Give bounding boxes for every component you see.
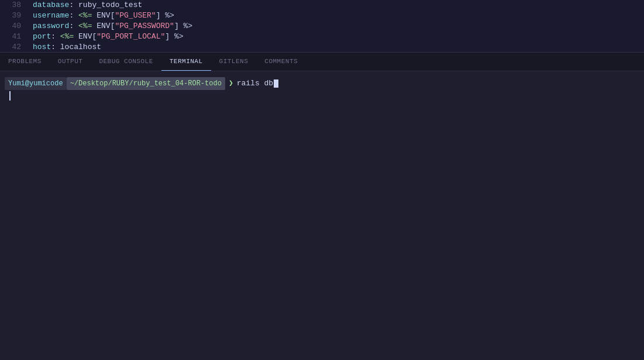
terminal-area[interactable]: Yumi@yumicode ~/Desktop/RUBY/ruby_test_0… — [0, 71, 644, 360]
tab-debug-console[interactable]: DEBUG CONSOLE — [91, 53, 161, 71]
terminal-cursor — [274, 79, 278, 88]
terminal-next-line — [0, 91, 644, 101]
tab-output[interactable]: OUTPUT — [50, 53, 91, 71]
panel-tabs: PROBLEMS OUTPUT DEBUG CONSOLE TERMINAL G… — [0, 53, 644, 71]
terminal-arrow: ❯ — [229, 78, 233, 89]
terminal-line-cursor — [9, 91, 11, 101]
code-editor: 38 39 40 41 42 43 database: ruby_todo_te… — [0, 0, 644, 53]
tab-terminal[interactable]: TERMINAL — [161, 53, 211, 71]
code-content: database: ruby_todo_test username: <%= E… — [28, 0, 644, 52]
line-numbers: 38 39 40 41 42 43 — [0, 0, 28, 52]
code-area: 38 39 40 41 42 43 database: ruby_todo_te… — [0, 0, 644, 53]
tab-comments[interactable]: COMMENTS — [256, 53, 306, 71]
tab-gitlens[interactable]: GITLENS — [211, 53, 257, 71]
terminal-path: ~/Desktop/RUBY/ruby_test_04-ROR-todo — [67, 77, 225, 90]
terminal-user: Yumi@yumicode — [5, 77, 67, 90]
tab-problems[interactable]: PROBLEMS — [0, 53, 50, 71]
terminal-prompt-line: Yumi@yumicode ~/Desktop/RUBY/ruby_test_0… — [0, 77, 644, 90]
terminal-command: rails db — [237, 78, 278, 89]
